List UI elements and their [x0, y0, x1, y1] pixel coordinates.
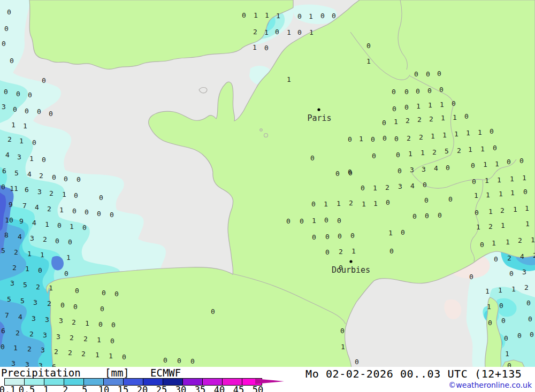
- precip-value: 0: [439, 86, 444, 94]
- copyright-link[interactable]: ©weatheronline.co.uk: [448, 381, 532, 389]
- precip-value: 1: [309, 28, 314, 36]
- precip-value: 0: [416, 87, 420, 95]
- precip-value: 0: [507, 158, 511, 166]
- precip-value: 3: [398, 182, 402, 190]
- precip-value: 0: [1, 183, 5, 191]
- precip-value: 0: [509, 270, 514, 278]
- precip-value: 1: [366, 57, 371, 65]
- precip-value: 0: [52, 173, 56, 181]
- precip-value: 0: [177, 357, 181, 365]
- precip-value: 1: [442, 131, 447, 139]
- precip-value: 0: [264, 44, 269, 52]
- precip-value: 3: [17, 153, 21, 161]
- precip-value: 3: [32, 314, 36, 322]
- legend-tick-label: 5: [82, 385, 87, 392]
- precip-value: 0: [438, 211, 442, 219]
- precip-value: 4: [434, 164, 438, 172]
- precip-value: 0: [493, 144, 497, 152]
- precipitation-map: 0000000030000110111010021010110011210431…: [0, 0, 535, 368]
- precip-value: 0: [335, 170, 340, 178]
- precip-value: 0: [366, 42, 371, 50]
- precip-value: 0: [530, 330, 534, 339]
- precip-value: 1: [287, 75, 291, 83]
- precip-value: 0: [383, 134, 387, 142]
- precip-value: 4: [18, 313, 22, 321]
- precip-value: 0: [401, 228, 405, 236]
- precip-value: 3: [422, 165, 426, 173]
- precip-value: 1: [19, 137, 24, 145]
- precip-value: 2: [457, 147, 461, 155]
- precip-value: 1: [40, 251, 44, 259]
- precip-value: 0: [68, 238, 72, 246]
- precip-value: 2: [12, 264, 17, 272]
- legend-tick-label: 1: [43, 385, 49, 392]
- precip-value: 1: [109, 352, 113, 360]
- precip-value: 0: [190, 357, 195, 365]
- precip-value: 0: [332, 12, 336, 20]
- precip-value: 5: [14, 169, 19, 177]
- precip-value: 0: [297, 28, 302, 36]
- precip-value: 3: [2, 103, 6, 111]
- precip-value: 0: [211, 308, 215, 316]
- precip-value: 1: [45, 220, 49, 228]
- precip-value: 3: [11, 359, 16, 367]
- legend-tick-label: 10: [98, 385, 109, 392]
- precip-value: 0: [110, 337, 114, 345]
- precip-value: 1: [388, 229, 393, 237]
- precip-value: 1: [505, 350, 509, 358]
- precip-value: 2: [339, 248, 343, 256]
- precip-value: 2: [39, 172, 43, 180]
- precip-value: 1: [253, 43, 257, 51]
- precip-value: 1: [522, 174, 526, 182]
- precip-value: 0: [111, 321, 116, 329]
- precip-value: 1: [454, 130, 458, 138]
- precip-value: 0: [386, 198, 390, 206]
- precip-value: 0: [42, 76, 46, 84]
- precip-value: 0: [77, 175, 81, 183]
- precip-value: 0: [74, 191, 78, 199]
- precip-value: 1: [506, 238, 510, 246]
- city-marker-dot: [317, 108, 320, 111]
- precip-value: 2: [43, 235, 47, 243]
- city-marker-dot: [349, 260, 352, 263]
- precip-value: 2: [432, 148, 437, 156]
- precip-value: 1: [501, 221, 505, 229]
- precip-value: 0: [2, 40, 6, 48]
- precip-value: 0: [75, 287, 79, 295]
- precip-value: 2: [7, 135, 12, 143]
- legend-tick-label: 15: [118, 385, 128, 392]
- precip-value: 2: [27, 345, 32, 353]
- precip-value: 1: [486, 191, 490, 199]
- precip-value: 0: [423, 181, 427, 189]
- precip-value: 1: [85, 319, 89, 327]
- precip-value: 0: [494, 255, 498, 263]
- precip-value: 1: [474, 191, 478, 199]
- precip-value: 1: [29, 155, 34, 163]
- precip-value: 2: [70, 334, 74, 342]
- precip-value: 2: [16, 329, 20, 337]
- precip-value: 0: [297, 12, 302, 20]
- precip-value: 0: [427, 87, 432, 95]
- precip-value: 2: [29, 330, 34, 338]
- precip-value: 2: [47, 299, 51, 308]
- precip-value: 0: [338, 232, 342, 240]
- precip-value: 7: [22, 202, 27, 210]
- legend-tick-label: 40: [214, 385, 225, 392]
- precip-value: 0: [72, 207, 77, 215]
- precip-value: 1: [476, 223, 480, 231]
- precip-value: 0: [371, 135, 375, 143]
- precip-value: 1: [341, 343, 345, 351]
- precip-value: 1: [441, 114, 445, 122]
- precip-value: 5: [23, 281, 27, 289]
- legend-title: Precipitation: [1, 367, 81, 379]
- precip-value: 1: [511, 285, 516, 293]
- precip-value: 0: [310, 154, 315, 162]
- precip-value: 0: [73, 303, 78, 311]
- precip-value: 1: [254, 11, 258, 19]
- precip-value: 0: [49, 110, 53, 118]
- precip-value: 1: [440, 101, 444, 109]
- precip-value: 2: [36, 283, 40, 291]
- precip-value: 0: [114, 290, 119, 298]
- precip-value: 1: [276, 12, 280, 20]
- precip-value: 1: [466, 129, 470, 137]
